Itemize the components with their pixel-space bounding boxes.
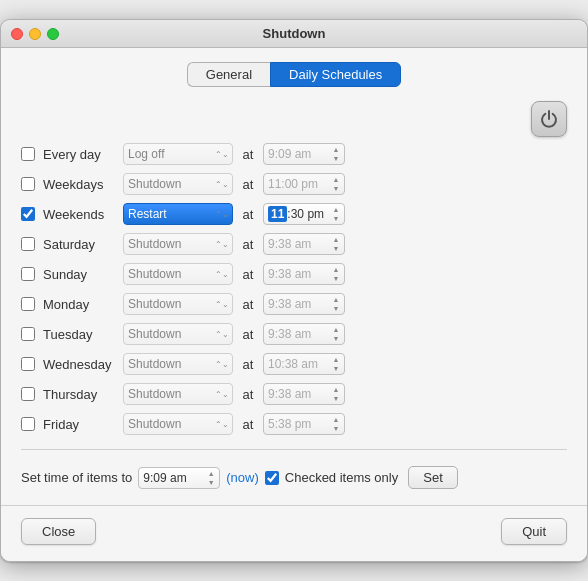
checkbox-saturday[interactable] [21,237,35,251]
time-wrapper-monday: 9:38 am ▲ ▼ [263,293,345,315]
time-wrapper-weekends: 11 :30 pm ▲ ▼ [263,203,345,225]
maximize-button[interactable] [47,28,59,40]
time-spinner-every-day: ▲ ▼ [329,145,343,163]
time-down-friday[interactable]: ▼ [329,424,343,433]
divider [21,449,567,450]
action-select-wrapper-saturday: Log off Shutdown Restart Sleep [123,233,233,255]
time-spinner-thursday: ▲ ▼ [329,385,343,403]
action-select-weekdays[interactable]: Log off Shutdown Restart Sleep [123,173,233,195]
bottom-time-wrapper: 9:09 am ▲ ▼ [138,467,220,489]
time-up-weekends[interactable]: ▲ [329,205,343,214]
quit-button[interactable]: Quit [501,518,567,545]
tab-general[interactable]: General [187,62,270,87]
time-wrapper-every-day: 9:09 am ▲ ▼ [263,143,345,165]
action-select-saturday[interactable]: Log off Shutdown Restart Sleep [123,233,233,255]
schedule-rows: Every day Log off Shutdown Restart Sleep… [21,139,567,439]
label-weekdays: Weekdays [43,177,115,192]
time-down-sunday[interactable]: ▼ [329,274,343,283]
time-spinner-monday: ▲ ▼ [329,295,343,313]
time-down-monday[interactable]: ▼ [329,304,343,313]
tab-daily-schedules[interactable]: Daily Schedules [270,62,401,87]
label-saturday: Saturday [43,237,115,252]
action-select-wednesday[interactable]: Log off Shutdown Restart Sleep [123,353,233,375]
time-up-sunday[interactable]: ▲ [329,265,343,274]
checkbox-sunday[interactable] [21,267,35,281]
close-button[interactable]: Close [21,518,96,545]
checkbox-tuesday[interactable] [21,327,35,341]
action-select-sunday[interactable]: Log off Shutdown Restart Sleep [123,263,233,285]
app-window: Shutdown General Daily Schedules Every d… [0,19,588,562]
traffic-lights [11,28,59,40]
checked-items-label: Checked items only [285,470,398,485]
at-label-weekends: at [241,207,255,222]
power-button-row [21,101,567,137]
checkbox-weekdays[interactable] [21,177,35,191]
action-select-wrapper-wednesday: Log off Shutdown Restart Sleep [123,353,233,375]
time-up-monday[interactable]: ▲ [329,295,343,304]
at-label-weekdays: at [241,177,255,192]
bottom-time-down[interactable]: ▼ [204,478,218,487]
time-down-tuesday[interactable]: ▼ [329,334,343,343]
at-label-thursday: at [241,387,255,402]
time-up-wednesday[interactable]: ▲ [329,355,343,364]
checkbox-every-day[interactable] [21,147,35,161]
time-up-tuesday[interactable]: ▲ [329,325,343,334]
footer: Close Quit [1,505,587,561]
action-select-wrapper-weekdays: Log off Shutdown Restart Sleep [123,173,233,195]
row-monday: Monday Log off Shutdown Restart Sleep at… [21,289,567,319]
action-select-wrapper-tuesday: Log off Shutdown Restart Sleep [123,323,233,345]
time-wrapper-thursday: 9:38 am ▲ ▼ [263,383,345,405]
time-down-weekends[interactable]: ▼ [329,214,343,223]
row-every-day: Every day Log off Shutdown Restart Sleep… [21,139,567,169]
minimize-button[interactable] [29,28,41,40]
action-select-thursday[interactable]: Log off Shutdown Restart Sleep [123,383,233,405]
time-wrapper-weekdays: 11:00 pm ▲ ▼ [263,173,345,195]
row-wednesday: Wednesday Log off Shutdown Restart Sleep… [21,349,567,379]
time-wrapper-friday: 5:38 pm ▲ ▼ [263,413,345,435]
time-down-thursday[interactable]: ▼ [329,394,343,403]
bottom-time-up[interactable]: ▲ [204,469,218,478]
row-thursday: Thursday Log off Shutdown Restart Sleep … [21,379,567,409]
time-up-friday[interactable]: ▲ [329,415,343,424]
bottom-time-value: 9:09 am [143,471,186,485]
row-tuesday: Tuesday Log off Shutdown Restart Sleep a… [21,319,567,349]
tab-bar: General Daily Schedules [21,62,567,87]
checked-items-checkbox[interactable] [265,471,279,485]
action-select-friday[interactable]: Log off Shutdown Restart Sleep [123,413,233,435]
label-friday: Friday [43,417,115,432]
action-select-wrapper-weekends: Log off Shutdown Restart Sleep [123,203,233,225]
time-up-saturday[interactable]: ▲ [329,235,343,244]
titlebar: Shutdown [1,20,587,48]
action-select-every-day[interactable]: Log off Shutdown Restart Sleep [123,143,233,165]
at-label-sunday: at [241,267,255,282]
action-select-monday[interactable]: Log off Shutdown Restart Sleep [123,293,233,315]
action-select-wrapper-thursday: Log off Shutdown Restart Sleep [123,383,233,405]
time-down-weekdays[interactable]: ▼ [329,184,343,193]
checkbox-weekends[interactable] [21,207,35,221]
checkbox-friday[interactable] [21,417,35,431]
action-select-tuesday[interactable]: Log off Shutdown Restart Sleep [123,323,233,345]
time-suffix-weekends: :30 pm [287,207,324,221]
time-up-weekdays[interactable]: ▲ [329,175,343,184]
set-button[interactable]: Set [408,466,458,489]
time-num-highlight: 11 [268,206,287,222]
checkbox-thursday[interactable] [21,387,35,401]
checkbox-monday[interactable] [21,297,35,311]
time-up-every-day[interactable]: ▲ [329,145,343,154]
close-button[interactable] [11,28,23,40]
time-down-every-day[interactable]: ▼ [329,154,343,163]
at-label-monday: at [241,297,255,312]
row-weekdays: Weekdays Log off Shutdown Restart Sleep … [21,169,567,199]
time-down-wednesday[interactable]: ▼ [329,364,343,373]
time-down-saturday[interactable]: ▼ [329,244,343,253]
now-link[interactable]: (now) [226,470,259,485]
label-wednesday: Wednesday [43,357,115,372]
time-up-thursday[interactable]: ▲ [329,385,343,394]
set-time-label: Set time of items to [21,470,132,485]
action-select-weekends[interactable]: Log off Shutdown Restart Sleep [123,203,233,225]
power-button[interactable] [531,101,567,137]
time-wrapper-saturday: 9:38 am ▲ ▼ [263,233,345,255]
label-monday: Monday [43,297,115,312]
label-tuesday: Tuesday [43,327,115,342]
checkbox-wednesday[interactable] [21,357,35,371]
